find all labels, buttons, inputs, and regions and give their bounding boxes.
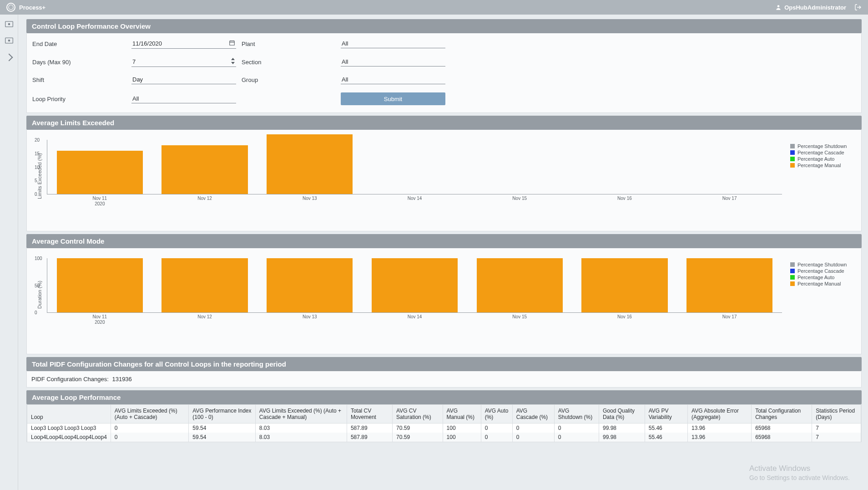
legend-item[interactable]: Percentage Cascade (790, 268, 849, 274)
group-label: Group (241, 77, 341, 83)
y-tick: 50 (35, 283, 40, 288)
app-title: Process+ (19, 4, 45, 11)
x-tick: Nov 17 (722, 312, 737, 320)
table-row[interactable]: Loop3 Loop3 Loop3 Loop3059.548.03587.897… (27, 424, 861, 433)
section-label: Section (241, 59, 341, 66)
legend-swatch (790, 163, 795, 168)
x-tick: Nov 15 (512, 194, 527, 201)
x-tick: Nov 15 (512, 312, 527, 320)
chart-bar[interactable] (267, 258, 353, 312)
mode-chart-canvas: 050100Nov 11 2020Nov 12Nov 13Nov 14Nov 1… (47, 258, 782, 313)
days-field[interactable]: 7 (131, 57, 236, 67)
nav-expand-icon[interactable] (5, 54, 13, 61)
legend-item[interactable]: Percentage Auto (790, 156, 849, 162)
table-header-cell[interactable]: AVG Limits Exceeded (%) (Auto + Cascade … (255, 405, 347, 424)
chart-bar[interactable] (686, 258, 772, 312)
y-tick: 0 (35, 310, 37, 315)
overview-section: Control Loop Performance Overview End Da… (26, 19, 862, 113)
legend-swatch (790, 269, 795, 273)
user-menu[interactable]: OpsHubAdministrator (775, 4, 846, 11)
table-header-cell[interactable]: AVG Auto (%) (481, 405, 512, 424)
table-header-cell[interactable]: AVG Shutdown (%) (554, 405, 599, 424)
submit-button[interactable]: Submit (341, 92, 445, 105)
table-header-cell[interactable]: AVG Manual (%) (443, 405, 481, 424)
table-header-cell[interactable]: AVG Limits Exceeded (%) (Auto + Cascade) (111, 405, 188, 424)
limits-chart-title: Average Limits Exceeded (26, 116, 862, 130)
x-tick: Nov 12 (197, 312, 212, 320)
svg-point-4 (8, 23, 10, 25)
nav-item-1-icon[interactable] (5, 20, 14, 28)
table-header-cell[interactable]: Statistics Period (Days) (812, 405, 861, 424)
shift-field[interactable]: Day (131, 75, 236, 84)
legend-swatch (790, 157, 795, 161)
chart-bar[interactable] (161, 258, 247, 312)
loop-priority-label: Loop Priority (31, 96, 131, 102)
x-tick: Nov 16 (617, 312, 632, 320)
loop-perf-table: LoopAVG Limits Exceeded (%) (Auto + Casc… (27, 404, 861, 442)
legend-item[interactable]: Percentage Auto (790, 275, 849, 280)
chart-bar[interactable] (267, 134, 353, 194)
limits-chart-section: Average Limits Exceeded Limits Exceeded … (26, 116, 862, 231)
chart-bar[interactable] (161, 145, 247, 194)
section-field[interactable]: All (341, 57, 445, 66)
plant-field[interactable]: All (341, 39, 445, 48)
table-header-cell[interactable]: Good Quality Data (%) (599, 405, 645, 424)
x-tick: Nov 13 (303, 194, 317, 201)
loop-priority-field[interactable]: All (131, 94, 236, 103)
ge-logo-icon (6, 3, 15, 12)
nav-item-2-icon[interactable] (5, 36, 14, 45)
table-header-cell[interactable]: AVG Performance Index (100 - 0) (189, 405, 256, 424)
y-tick: 5 (35, 178, 37, 183)
user-icon (775, 4, 782, 10)
table-header-cell[interactable]: AVG Absolute Error (Aggregate) (688, 405, 752, 424)
legend-item[interactable]: Percentage Shutdown (790, 262, 849, 267)
mode-ylabel: Duration (%) (36, 258, 43, 331)
chart-bar[interactable] (57, 258, 143, 312)
y-tick: 0 (35, 192, 37, 197)
pidf-title: Total PIDF Configuration Changes for all… (26, 357, 862, 371)
y-tick: 20 (35, 138, 40, 143)
plant-label: Plant (241, 41, 341, 47)
calendar-icon[interactable] (229, 40, 235, 47)
table-header-cell[interactable]: Loop (27, 405, 111, 424)
legend-item[interactable]: Percentage Cascade (790, 150, 849, 155)
mode-chart-section: Average Control Mode Duration (%) 050100… (26, 234, 862, 354)
svg-point-6 (8, 40, 10, 41)
limits-legend: Percentage ShutdownPercentage CascadePer… (790, 140, 849, 213)
main-content: Control Loop Performance Overview End Da… (18, 15, 868, 490)
y-tick: 10 (35, 164, 40, 169)
mode-legend: Percentage ShutdownPercentage CascadePer… (790, 258, 849, 331)
table-header-cell[interactable]: Total CV Movement (347, 405, 392, 424)
svg-point-1 (777, 5, 780, 7)
y-tick: 100 (35, 256, 42, 261)
user-name: OpsHubAdministrator (784, 4, 846, 11)
pidf-summary: PIDF Configuration Changes: 131936 (26, 371, 862, 388)
legend-item[interactable]: Percentage Manual (790, 163, 849, 168)
y-tick: 15 (35, 151, 40, 156)
legend-swatch (790, 262, 795, 267)
table-header-row: LoopAVG Limits Exceeded (%) (Auto + Casc… (27, 405, 861, 424)
chart-bar[interactable] (57, 151, 143, 194)
legend-swatch (790, 150, 795, 155)
table-header-cell[interactable]: AVG CV Saturation (%) (393, 405, 443, 424)
group-field[interactable]: All (341, 75, 445, 84)
table-row[interactable]: Loop4Loop4Loop4Loop4Loop4059.548.03587.8… (27, 433, 861, 442)
chart-bar[interactable] (477, 258, 563, 312)
svg-rect-7 (230, 41, 235, 45)
svg-marker-11 (231, 58, 235, 60)
chart-bar[interactable] (581, 258, 667, 312)
chart-bar[interactable] (372, 258, 458, 312)
end-date-field[interactable]: 11/16/2020 (131, 39, 236, 49)
overview-header: Control Loop Performance Overview (26, 19, 862, 33)
table-header-cell[interactable]: AVG Cascade (%) (512, 405, 554, 424)
top-bar: Process+ OpsHubAdministrator (0, 0, 868, 15)
logout-icon[interactable] (854, 4, 862, 11)
legend-item[interactable]: Percentage Shutdown (790, 143, 849, 149)
svg-point-0 (9, 5, 14, 10)
loop-perf-title: Average Loop Performance (26, 390, 862, 404)
legend-item[interactable]: Percentage Manual (790, 281, 849, 286)
table-header-cell[interactable]: AVG PV Variability (645, 405, 687, 424)
table-header-cell[interactable]: Total Configuration Changes (752, 405, 812, 424)
x-tick: Nov 13 (303, 312, 317, 320)
stepper-icon[interactable] (231, 58, 235, 66)
